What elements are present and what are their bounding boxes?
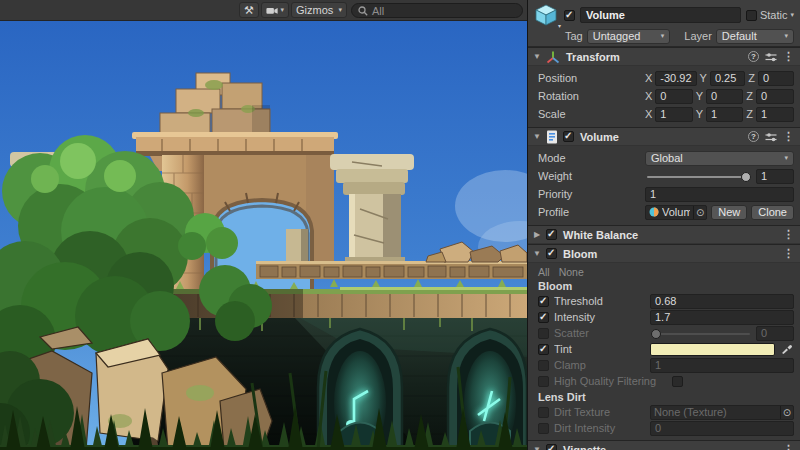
tag-dropdown[interactable]: Untagged ▾ <box>587 29 671 44</box>
static-caret-icon[interactable]: ▾ <box>790 11 794 19</box>
help-icon[interactable]: ? <box>748 51 759 62</box>
camera-settings-button[interactable]: ▾ <box>261 2 289 18</box>
priority-field[interactable]: 1 <box>645 187 794 202</box>
object-picker-icon[interactable]: ⊙ <box>693 206 706 219</box>
weight-field[interactable]: 1 <box>756 169 794 184</box>
help-icon[interactable]: ? <box>748 131 759 142</box>
dirt-texture-value: None (Texture) <box>654 406 777 418</box>
presets-icon[interactable] <box>765 132 777 142</box>
vignette-override: ▼ Vignette ⋮ All None <box>528 440 800 450</box>
gameobject-active-checkbox[interactable] <box>564 10 575 21</box>
scatter-override-checkbox[interactable] <box>538 328 549 339</box>
dirt-texture-row: Dirt Texture None (Texture) ⊙ <box>528 404 800 420</box>
rotation-x-field[interactable]: 0 <box>655 89 692 104</box>
dirt-texture-label: Dirt Texture <box>554 406 645 418</box>
gameobject-name-field[interactable]: Volume <box>580 7 741 23</box>
hqf-override-checkbox[interactable] <box>538 376 549 387</box>
profile-object-field[interactable]: Volume_Gl ⊙ <box>645 205 707 220</box>
weight-row: Weight 1 <box>528 167 800 185</box>
scene-view[interactable]: ⚒ ▾ Gizmos ▾ All <box>0 0 527 450</box>
volume-enabled-checkbox[interactable] <box>563 131 574 142</box>
portal-left <box>318 329 402 450</box>
priority-row: Priority 1 <box>528 185 800 203</box>
weight-slider[interactable] <box>645 169 752 184</box>
scene-search-input[interactable]: All <box>351 3 523 18</box>
position-row: Position X-30.92 Y0.25 Z0 <box>528 69 800 87</box>
position-z-field[interactable]: 0 <box>758 71 794 86</box>
clone-button[interactable]: Clone <box>751 205 794 220</box>
intensity-override-checkbox[interactable] <box>538 312 549 323</box>
chevron-down-icon: ▾ <box>661 32 665 40</box>
bloom-enabled-checkbox[interactable] <box>546 248 557 259</box>
presets-icon[interactable] <box>765 52 777 62</box>
white-balance-enabled-checkbox[interactable] <box>546 229 557 240</box>
foldout-icon[interactable]: ▼ <box>532 445 542 450</box>
dirt-texture-object-field[interactable]: None (Texture) ⊙ <box>650 405 794 420</box>
dirt-intensity-override-checkbox[interactable] <box>538 423 549 434</box>
static-checkbox[interactable] <box>746 10 757 21</box>
scene-viewport[interactable] <box>0 21 527 450</box>
new-button[interactable]: New <box>711 205 747 220</box>
transform-header[interactable]: ▼ Transform ? ⋮ <box>528 47 800 66</box>
eyedropper-icon[interactable] <box>779 342 794 357</box>
tint-override-checkbox[interactable] <box>538 344 549 355</box>
priority-label: Priority <box>538 188 641 200</box>
tint-label: Tint <box>554 343 645 355</box>
gameobject-cube-icon[interactable]: ▾ <box>533 2 559 28</box>
kebab-menu-icon[interactable]: ⋮ <box>783 228 794 241</box>
foldout-icon[interactable]: ▼ <box>532 132 542 141</box>
scatter-row: Scatter 0 <box>528 325 800 341</box>
vignette-enabled-checkbox[interactable] <box>546 444 557 450</box>
object-picker-icon[interactable]: ⊙ <box>780 406 793 419</box>
scatter-field[interactable]: 0 <box>756 326 794 341</box>
foldout-icon[interactable]: ▼ <box>532 249 542 258</box>
dirt-intensity-label: Dirt Intensity <box>554 422 645 434</box>
kebab-menu-icon[interactable]: ⋮ <box>783 50 794 63</box>
layer-dropdown[interactable]: Default ▾ <box>716 29 794 44</box>
all-link[interactable]: All <box>538 266 550 278</box>
volume-title: Volume <box>580 131 619 143</box>
scatter-label: Scatter <box>554 327 645 339</box>
dirt-intensity-field[interactable]: 0 <box>650 421 794 436</box>
position-x-field[interactable]: -30.92 <box>655 71 696 86</box>
foldout-icon[interactable]: ▶ <box>532 230 542 239</box>
scale-x-field[interactable]: 1 <box>655 107 692 122</box>
rotation-z-field[interactable]: 0 <box>756 89 794 104</box>
rotation-y-field[interactable]: 0 <box>706 89 743 104</box>
tint-color-swatch[interactable] <box>650 343 775 356</box>
kebab-menu-icon[interactable]: ⋮ <box>783 247 794 260</box>
gizmos-dropdown[interactable]: Gizmos ▾ <box>291 2 347 18</box>
tools-button[interactable]: ⚒ <box>239 2 259 18</box>
axis-z-label: Z <box>746 90 753 102</box>
threshold-row: Threshold 0.68 <box>528 293 800 309</box>
vignette-header[interactable]: ▼ Vignette ⋮ <box>528 440 800 450</box>
search-icon <box>358 6 368 16</box>
threshold-override-checkbox[interactable] <box>538 296 549 307</box>
scatter-slider[interactable] <box>650 326 752 341</box>
kebab-menu-icon[interactable]: ⋮ <box>783 130 794 143</box>
clamp-field[interactable]: 1 <box>650 358 794 373</box>
kebab-menu-icon[interactable]: ⋮ <box>783 443 794 450</box>
volume-component: ▼ Volume ? ⋮ <box>528 127 800 225</box>
volume-header[interactable]: ▼ Volume ? ⋮ <box>528 127 800 146</box>
mode-dropdown[interactable]: Global ▾ <box>645 151 794 166</box>
white-balance-header[interactable]: ▶ White Balance ⋮ <box>528 225 800 244</box>
hqf-value-checkbox[interactable] <box>672 376 683 387</box>
mode-value: Global <box>651 152 683 164</box>
intensity-field[interactable]: 1.7 <box>650 310 794 325</box>
none-link[interactable]: None <box>559 266 584 278</box>
tag-value: Untagged <box>593 30 641 42</box>
clamp-override-checkbox[interactable] <box>538 360 549 371</box>
icon-select-caret[interactable]: ▾ <box>558 22 561 29</box>
axis-x-label: X <box>645 72 652 84</box>
scale-z-field[interactable]: 1 <box>756 107 794 122</box>
transform-component: ▼ Transform ? ⋮ <box>528 47 800 127</box>
bloom-header[interactable]: ▼ Bloom ⋮ <box>528 244 800 263</box>
foldout-icon[interactable]: ▼ <box>532 52 542 61</box>
position-y-field[interactable]: 0.25 <box>710 71 745 86</box>
dirt-texture-override-checkbox[interactable] <box>538 407 549 418</box>
axis-y-label: Y <box>696 90 703 102</box>
scale-y-field[interactable]: 1 <box>706 107 743 122</box>
inspector-panel: ▾ Volume Static ▾ Tag Untagged ▾ Laye <box>527 0 800 450</box>
threshold-field[interactable]: 0.68 <box>650 294 794 309</box>
